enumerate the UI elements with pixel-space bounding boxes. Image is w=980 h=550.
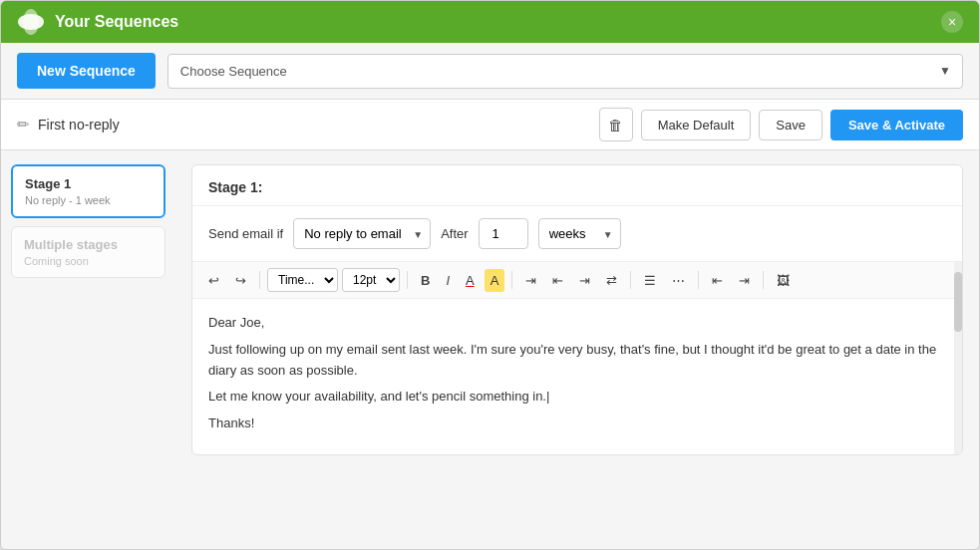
cursor	[546, 389, 549, 404]
title-bar-left: Your Sequences	[17, 8, 178, 36]
editor-wrapper: ↩ ↪ Time... 12pt B I A A	[192, 262, 962, 454]
italic-button[interactable]: I	[440, 269, 456, 292]
delete-button[interactable]: 🗑	[599, 108, 633, 141]
separator6	[763, 271, 764, 289]
align-left-button[interactable]: ⇥	[519, 269, 542, 292]
new-sequence-button[interactable]: New Sequence	[17, 53, 156, 89]
stage1-title: Stage 1	[25, 176, 152, 191]
sequence-name: First no-reply	[38, 117, 120, 133]
sidebar: Stage 1 No reply - 1 week Multiple stage…	[1, 150, 175, 549]
title-bar: Your Sequences ×	[1, 1, 979, 43]
justify-button[interactable]: ⇄	[600, 269, 623, 292]
choose-sequence-wrapper: Choose Sequence ▼	[167, 54, 963, 89]
coming-soon-label: Coming soon	[24, 255, 153, 267]
bullet-list-button[interactable]: ☰	[638, 269, 662, 292]
separator5	[698, 271, 699, 289]
indent-less-button[interactable]: ⇤	[706, 269, 729, 292]
main-content: Stage 1 No reply - 1 week Multiple stage…	[1, 150, 979, 549]
secondary-actions: 🗑 Make Default Save Save & Activate	[599, 108, 963, 141]
stage-panel: Stage 1: Send email if No reply to email…	[191, 164, 963, 455]
separator3	[511, 271, 512, 289]
after-value-input[interactable]	[479, 218, 528, 249]
top-toolbar: New Sequence Choose Sequence ▼	[1, 43, 979, 100]
email-line-1: Dear Joe,	[208, 313, 946, 334]
bold-button[interactable]: B	[415, 269, 436, 292]
scrollbar-thumb	[954, 272, 962, 332]
choose-sequence-select[interactable]: Choose Sequence	[167, 54, 963, 89]
undo-button[interactable]: ↩	[202, 269, 225, 292]
sequence-name-area: ✏ First no-reply	[17, 116, 120, 134]
after-label: After	[441, 226, 468, 241]
stage1-card[interactable]: Stage 1 No reply - 1 week	[11, 164, 165, 218]
email-line-2: Just following up on my email sent last …	[208, 340, 946, 382]
numbered-list-button[interactable]: ⋯	[666, 269, 691, 292]
svg-point-1	[23, 9, 39, 35]
make-default-button[interactable]: Make Default	[641, 110, 752, 140]
editor-toolbar: ↩ ↪ Time... 12pt B I A A	[192, 262, 962, 299]
separator1	[259, 271, 260, 289]
multiple-stages-card: Multiple stages Coming soon	[11, 226, 165, 278]
editor-content[interactable]: Dear Joe, Just following up on my email …	[192, 299, 962, 454]
send-email-row: Send email if No reply to email No open …	[192, 206, 962, 262]
app-logo	[17, 8, 45, 36]
stage1-subtitle: No reply - 1 week	[25, 194, 152, 206]
save-button[interactable]: Save	[759, 110, 822, 140]
font-size-select[interactable]: 12pt	[342, 268, 400, 292]
indent-more-button[interactable]: ⇥	[733, 269, 756, 292]
align-right-button[interactable]: ⇥	[573, 269, 596, 292]
edit-icon[interactable]: ✏	[17, 116, 30, 134]
send-email-if-label: Send email if	[208, 226, 283, 241]
font-highlight-button[interactable]: A	[485, 269, 505, 292]
font-color-button[interactable]: A	[460, 269, 481, 292]
separator2	[407, 271, 408, 289]
time-unit-wrapper: weeks days months	[538, 218, 621, 249]
time-unit-select[interactable]: weeks days months	[538, 218, 621, 249]
save-activate-button[interactable]: Save & Activate	[830, 110, 963, 140]
multiple-stages-title: Multiple stages	[24, 237, 153, 252]
app-window: Your Sequences × New Sequence Choose Seq…	[0, 0, 980, 550]
align-center-button[interactable]: ⇤	[546, 269, 569, 292]
email-line-4: Thanks!	[208, 413, 946, 434]
send-email-if-wrapper: No reply to email No open No click	[293, 218, 431, 249]
stage-panel-header: Stage 1:	[192, 165, 962, 206]
secondary-toolbar: ✏ First no-reply 🗑 Make Default Save Sav…	[1, 100, 979, 150]
send-email-if-select[interactable]: No reply to email No open No click	[293, 218, 431, 249]
close-button[interactable]: ×	[941, 11, 963, 33]
window-title: Your Sequences	[55, 13, 178, 31]
editor-scrollbar[interactable]	[954, 262, 962, 454]
stage-content: Stage 1: Send email if No reply to email…	[175, 150, 979, 549]
font-family-select[interactable]: Time...	[267, 268, 338, 292]
trash-icon: 🗑	[608, 117, 623, 134]
separator4	[630, 271, 631, 289]
image-button[interactable]: 🖼	[771, 269, 796, 292]
email-line-3: Let me know your availability, and let's…	[208, 387, 946, 408]
redo-button[interactable]: ↪	[229, 269, 252, 292]
